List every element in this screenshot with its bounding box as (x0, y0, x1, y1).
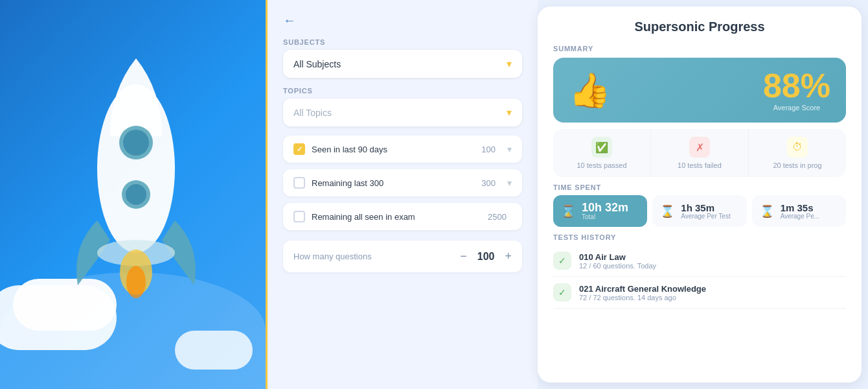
history-item-0[interactable]: ✓ 010 Air Law 12 / 60 questions. Today (553, 245, 846, 277)
quantity-controls: − 100 + (460, 250, 512, 263)
avg-per-q-item: ⌛ 1m 35s Average Pe... (752, 195, 846, 227)
time-row: ⌛ 10h 32m Total ⌛ 1h 35m Average Per Tes… (553, 195, 846, 227)
avg-per-test-sub: Average Per Test (681, 213, 730, 220)
average-score-label: Average Score (763, 104, 830, 112)
thumbs-up-emoji: 👍 (569, 73, 611, 107)
page-title: Supersonic Progress (553, 19, 846, 34)
filter2-row[interactable]: Remaining last 300 300 ▾ (283, 169, 522, 196)
history-title-0: 010 Air Law (579, 252, 656, 262)
time-section: TIME SPENT ⌛ 10h 32m Total ⌛ 1h 35m Aver… (553, 183, 846, 227)
right-panel: Supersonic Progress SUMMARY 👍 88% Averag… (538, 6, 862, 383)
tests-passed-label: 10 tests passed (577, 161, 626, 169)
history-sub-0: 12 / 60 questions. Today (579, 262, 656, 270)
avg-per-test-value: 1h 35m (681, 203, 730, 213)
time-label: TIME SPENT (553, 183, 846, 191)
topics-value: All Topics (293, 108, 332, 118)
tests-failed-label: 10 tests failed (678, 161, 722, 169)
avg-per-test-item: ⌛ 1h 35m Average Per Test (652, 195, 746, 227)
history-sub-1: 72 / 72 questions. 14 days ago (579, 294, 706, 301)
avg-test-icon: ⌛ (660, 204, 674, 218)
summary-card: 👍 88% Average Score (553, 58, 846, 123)
tests-inprog-label: 20 tests in prog (773, 161, 821, 169)
subjects-section: Subjects All Subjects ▾ (283, 38, 522, 78)
topics-section: Topics All Topics ▾ (283, 87, 522, 126)
cloud-3 (175, 331, 253, 370)
subjects-value: All Subjects (293, 59, 341, 69)
history-text-0: 010 Air Law 12 / 60 questions. Today (579, 252, 656, 270)
svg-point-2 (123, 130, 149, 156)
stats-row: ✅ 10 tests passed ✗ 10 tests failed ⏱ 20… (553, 129, 846, 177)
middle-panel: ← Subjects All Subjects ▾ Topics All Top… (266, 0, 538, 389)
back-button[interactable]: ← (283, 13, 296, 28)
summary-section: SUMMARY 👍 88% Average Score (553, 45, 846, 123)
topics-dropdown[interactable]: All Topics ▾ (283, 99, 522, 126)
filter1-count: 100 (481, 145, 496, 154)
subjects-dropdown[interactable]: All Subjects ▾ (283, 50, 522, 78)
passed-icon: ✅ (591, 137, 612, 158)
failed-icon: ✗ (689, 137, 710, 158)
svg-point-7 (126, 266, 146, 298)
filter3-label: Remaining all seen in exam (312, 212, 481, 222)
history-text-1: 021 Aircraft General Knowledge 72 / 72 q… (579, 284, 706, 301)
total-time-sub: Total (582, 213, 628, 220)
tests-failed-stat: ✗ 10 tests failed (651, 129, 749, 177)
history-section: TESTS HISTORY ✓ 010 Air Law 12 / 60 ques… (553, 233, 846, 309)
subjects-label: Subjects (283, 38, 522, 46)
subjects-chevron: ▾ (507, 58, 512, 70)
filter2-chevron: ▾ (507, 178, 512, 188)
increment-button[interactable]: + (505, 250, 512, 263)
avg-per-q-value: 1m 35s (781, 203, 819, 213)
history-icon-0: ✓ (553, 252, 571, 270)
left-panel (0, 0, 266, 389)
history-item-1[interactable]: ✓ 021 Aircraft General Knowledge 72 / 72… (553, 277, 846, 309)
filter3-checkbox[interactable] (293, 211, 305, 222)
history-title-1: 021 Aircraft General Knowledge (579, 284, 706, 294)
summary-label: SUMMARY (553, 45, 846, 53)
total-time-icon: ⌛ (561, 204, 575, 218)
svg-point-4 (126, 184, 146, 205)
topics-label: Topics (283, 87, 522, 95)
questions-row: How many questions − 100 + (283, 241, 522, 272)
decrement-button[interactable]: − (460, 250, 467, 263)
filter3-row[interactable]: Remaining all seen in exam 2500 (283, 203, 522, 230)
inprog-icon: ⏱ (787, 137, 808, 158)
tests-inprog-stat: ⏱ 20 tests in prog (749, 129, 846, 177)
average-score-value: 88% (763, 69, 830, 102)
filter2-label: Remaining last 300 (312, 178, 475, 188)
filter1-checkbox[interactable] (293, 143, 305, 155)
avg-per-q-sub: Average Pe... (781, 213, 819, 220)
tests-passed-stat: ✅ 10 tests passed (553, 129, 651, 177)
filter2-checkbox[interactable] (293, 177, 305, 189)
questions-label: How many questions (293, 252, 372, 261)
topics-chevron: ▾ (507, 106, 512, 119)
filter1-label: Seen in last 90 days (312, 145, 475, 154)
quantity-value: 100 (477, 251, 495, 263)
back-icon: ← (283, 13, 296, 28)
history-label: TESTS HISTORY (553, 233, 846, 241)
filter3-count: 2500 (488, 212, 507, 222)
rocket-illustration (32, 39, 240, 311)
total-time-value: 10h 32m (582, 202, 628, 213)
avg-q-icon: ⌛ (760, 204, 774, 218)
history-icon-1: ✓ (553, 283, 571, 301)
filter2-count: 300 (481, 178, 496, 188)
filter1-chevron: ▾ (507, 144, 512, 154)
filter1-row[interactable]: Seen in last 90 days 100 ▾ (283, 136, 522, 163)
total-time-item: ⌛ 10h 32m Total (553, 195, 647, 227)
